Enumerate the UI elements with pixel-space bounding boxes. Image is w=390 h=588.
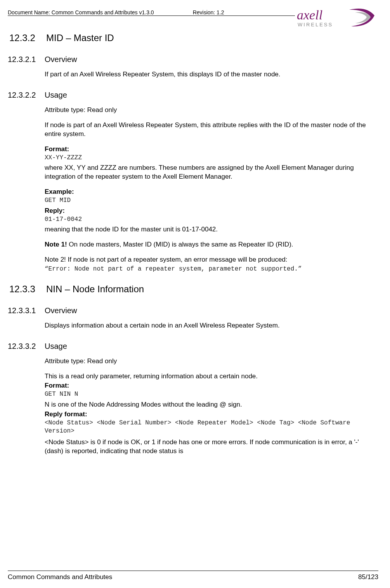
example-value: GET MID [45, 197, 378, 205]
revision: Revision: 1.2 [193, 9, 224, 16]
subsection-number: 12.3.2.2 [8, 91, 45, 100]
doc-name: Document Name: Common Commands and Attri… [8, 9, 154, 16]
attribute-type: Attribute type: Read only [45, 106, 378, 115]
section-title: MID – Master ID [46, 33, 114, 43]
subsection-12-3-3-2: 12.3.3.2 Usage [8, 342, 378, 351]
logo: axell WIRELESS [297, 8, 378, 30]
section-12-3-3: 12.3.3 NIN – Node Information [8, 284, 378, 295]
subsection-title: Usage [45, 91, 67, 100]
page: Document Name: Common Commands and Attri… [0, 0, 390, 588]
subsection-title: Usage [45, 342, 67, 351]
logo-sub-text: WIRELESS [298, 22, 333, 28]
subsection-12-3-2-1: 12.3.2.1 Overview [8, 55, 378, 64]
note-2-error: “Error: Node not part of a repeater syst… [45, 265, 378, 274]
header-info: Document Name: Common Commands and Attri… [8, 8, 297, 16]
subsection-title: Overview [45, 306, 77, 315]
section-number: 12.3.2 [8, 33, 46, 43]
subsection-title: Overview [45, 55, 77, 64]
header-left: Document Name: Common Commands and Attri… [8, 8, 297, 20]
subsection-12-3-2-2: 12.3.2.2 Usage [8, 91, 378, 100]
format-value: GET NIN N [45, 390, 378, 399]
overview-text: If part of an Axell Wireless Repeater Sy… [45, 70, 378, 79]
format-desc: where XX, YY and ZZZZ are numbers. These… [45, 164, 378, 181]
subsection-number: 12.3.3.2 [8, 342, 45, 351]
usage-desc: If node is part of an Axell Wireless Rep… [45, 121, 378, 139]
footer-row: Common Commands and Attributes 85/123 [8, 573, 378, 581]
section-12-3-2: 12.3.2 MID – Master ID [8, 33, 378, 43]
subsection-number: 12.3.3.1 [8, 306, 45, 315]
note1-label: Note 1! [45, 241, 67, 248]
reply-format-label: Reply format: [45, 410, 378, 419]
overview-body-2: Displays information about a certain nod… [45, 321, 378, 330]
reply-value: 01-17-0042 [45, 216, 378, 224]
usage-desc: This is a read only parameter, returning… [45, 372, 378, 381]
note-2: Note 2! If node is not part of a repeate… [45, 255, 378, 264]
note-1: Note 1! On node masters, Master ID (MID)… [45, 240, 378, 249]
header-divider [8, 16, 295, 16]
example-label: Example: [45, 188, 378, 197]
footer: Common Commands and Attributes 85/123 [8, 571, 378, 581]
status-desc: <Node Status> is 0 if node is OK, or 1 i… [45, 438, 378, 456]
page-number: 85/123 [358, 573, 378, 581]
format-value: XX-YY-ZZZZ [45, 154, 378, 162]
usage-body-2: Attribute type: Read only This is a read… [45, 357, 378, 456]
subsection-12-3-3-1: 12.3.3.1 Overview [8, 306, 378, 315]
footer-title: Common Commands and Attributes [8, 573, 112, 581]
header: Document Name: Common Commands and Attri… [8, 8, 378, 30]
overview-text: Displays information about a certain nod… [45, 321, 378, 330]
format-label: Format: [45, 381, 378, 390]
reply-label: Reply: [45, 207, 378, 216]
overview-body: If part of an Axell Wireless Repeater Sy… [45, 70, 378, 79]
n-desc: N is one of the Node Addressing Modes wi… [45, 400, 378, 409]
note1-text: On node masters, Master ID (MID) is alwa… [67, 241, 293, 248]
footer-divider [8, 571, 378, 571]
content: 12.3.2 MID – Master ID 12.3.2.1 Overview… [8, 33, 378, 456]
subsection-number: 12.3.2.1 [8, 55, 45, 64]
attribute-type: Attribute type: Read only [45, 357, 378, 366]
reply-format-value: <Node Status> <Node Serial Number> <Node… [45, 419, 378, 436]
axell-logo-icon: axell WIRELESS [297, 8, 378, 29]
format-label: Format: [45, 145, 378, 154]
reply-desc: meaning that the node ID for the master … [45, 225, 378, 234]
usage-body: Attribute type: Read only If node is par… [45, 106, 378, 274]
logo-swirl-icon [349, 9, 374, 26]
logo-brand-text: axell [297, 8, 322, 22]
section-title: NIN – Node Information [46, 284, 144, 295]
section-number: 12.3.3 [8, 284, 46, 295]
